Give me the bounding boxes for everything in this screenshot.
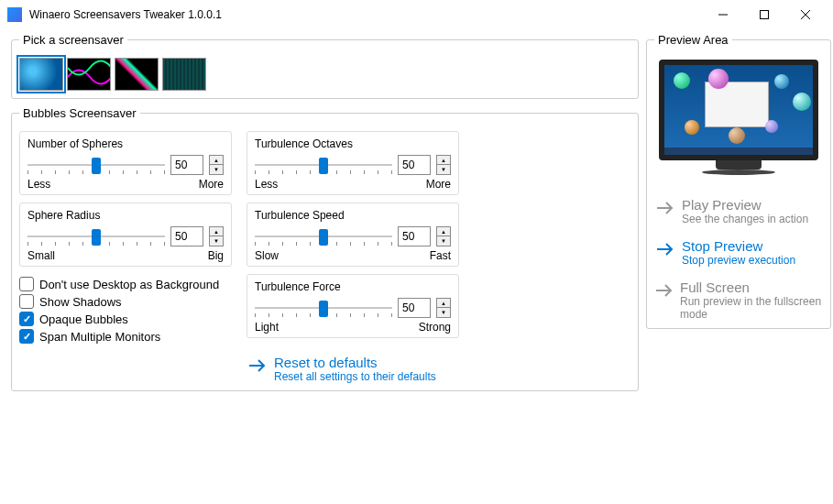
radius-label: Sphere Radius [27,209,224,222]
octaves-slider[interactable] [255,154,392,176]
radius-group: Sphere Radius ▲▼ SmallBig [19,203,232,267]
preview-area: Preview Area Pl [646,33,831,329]
arrow-right-icon [656,281,673,300]
window-title: Winaero Screensavers Tweaker 1.0.0.1 [29,8,702,21]
force-label: Turbulence Force [255,280,451,293]
spheres-input[interactable] [170,155,203,175]
preview-monitor [654,60,823,188]
screensaver-thumb-2[interactable] [67,58,111,91]
force-slider[interactable] [255,297,392,319]
spheres-group: Number of Spheres ▲▼ LessMore [19,131,232,195]
speed-slider[interactable] [255,225,392,247]
app-icon [7,7,22,22]
radius-input[interactable] [170,226,203,247]
force-spinner[interactable]: ▲▼ [436,298,451,318]
arrow-right-icon [656,199,674,217]
spheres-label: Number of Spheres [27,137,224,150]
bubbles-settings: Bubbles Screensaver Number of Spheres [11,106,639,391]
reset-defaults-link[interactable]: Reset to defaults Reset all settings to … [248,355,459,383]
preview-legend: Preview Area [654,33,732,47]
screensaver-thumb-bubbles[interactable] [19,58,63,91]
force-input[interactable] [398,298,431,318]
stop-preview-link[interactable]: Stop Preview Stop preview execution [656,238,823,267]
play-preview-link[interactable]: Play Preview See the changes in action [656,197,823,225]
octaves-spinner[interactable]: ▲▼ [436,155,451,175]
speed-group: Turbulence Speed ▲▼ SlowFast [247,203,459,267]
nodesktop-checkbox[interactable]: Don't use Desktop as Background [19,277,232,291]
octaves-input[interactable] [398,155,431,175]
arrow-right-icon [248,356,267,375]
radius-spinner[interactable]: ▲▼ [209,226,224,247]
arrow-right-icon [656,240,674,258]
screensaver-thumb-3[interactable] [115,58,159,91]
settings-legend: Bubbles Screensaver [19,106,140,120]
octaves-group: Turbulence Octaves ▲▼ LessMore [247,131,459,195]
fullscreen-link[interactable]: Full Screen Run preview in the fullscree… [656,279,823,321]
opaque-checkbox[interactable]: Opaque Bubbles [19,312,232,326]
speed-label: Turbulence Speed [255,209,451,222]
title-bar: Winaero Screensavers Tweaker 1.0.0.1 [0,0,833,29]
shadows-checkbox[interactable]: Show Shadows [19,294,232,309]
radius-slider[interactable] [27,225,165,247]
octaves-label: Turbulence Octaves [255,137,451,150]
spheres-slider[interactable] [27,154,165,176]
svg-rect-1 [760,11,768,19]
force-group: Turbulence Force ▲▼ LightStrong [247,274,459,338]
picker-legend: Pick a screensaver [19,33,127,47]
maximize-button[interactable] [743,1,784,28]
screensaver-picker: Pick a screensaver [11,33,639,99]
span-checkbox[interactable]: Span Multiple Monitors [19,329,232,344]
screensaver-thumb-4[interactable] [162,58,206,91]
close-button[interactable] [784,1,826,28]
speed-spinner[interactable]: ▲▼ [436,226,451,247]
minimize-button[interactable] [702,1,743,28]
spheres-spinner[interactable]: ▲▼ [209,155,224,175]
speed-input[interactable] [398,226,431,247]
